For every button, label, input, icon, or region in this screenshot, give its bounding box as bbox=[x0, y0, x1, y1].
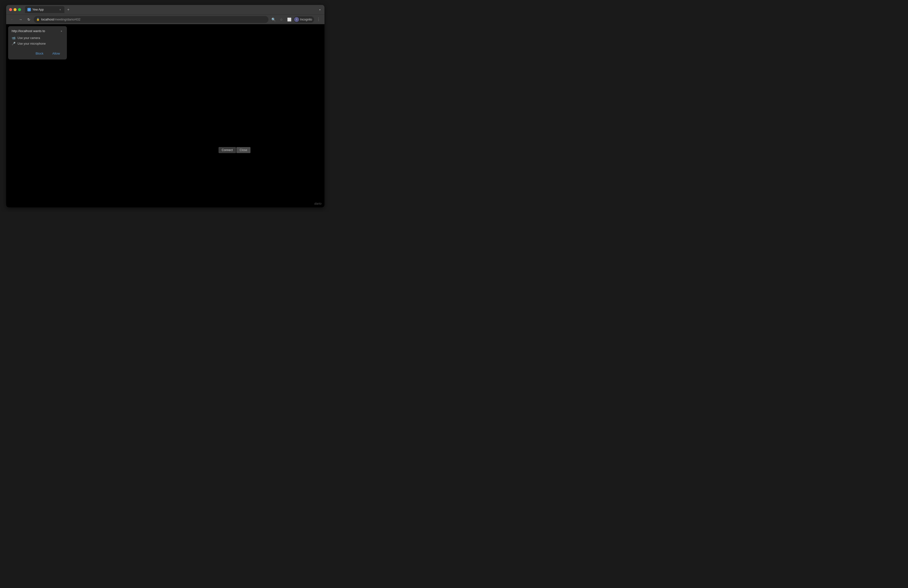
popup-close-button[interactable]: × bbox=[60, 29, 63, 33]
traffic-lights bbox=[9, 8, 21, 11]
close-window-button[interactable] bbox=[9, 8, 12, 11]
microphone-icon: 🎤 bbox=[11, 42, 16, 45]
search-button[interactable]: 🔍 bbox=[270, 16, 277, 23]
permission-popup: http://localhost wants to × 📹 Use your c… bbox=[8, 26, 67, 60]
active-tab[interactable]: Y Yew App × bbox=[25, 6, 64, 13]
allow-button[interactable]: Allow bbox=[49, 50, 63, 56]
content-area: http://localhost wants to × 📹 Use your c… bbox=[6, 24, 324, 207]
back-button[interactable]: ← bbox=[9, 16, 16, 23]
nav-bar: ← → ↻ 🔒 localhost/meeting/dario/432 🔍 ☆ … bbox=[6, 14, 324, 24]
nav-actions: 🔍 ☆ ⬜ i Incognito ⋮ bbox=[270, 16, 322, 23]
url-display: localhost/meeting/dario/432 bbox=[41, 18, 266, 21]
title-bar: Y Yew App × + ▾ bbox=[6, 5, 324, 14]
new-tab-button[interactable]: + bbox=[65, 6, 71, 13]
cast-button[interactable]: ⬜ bbox=[286, 16, 293, 23]
camera-icon: 📹 bbox=[11, 36, 16, 40]
forward-button[interactable]: → bbox=[17, 16, 24, 23]
watermark: dario bbox=[314, 202, 322, 205]
profile-label: Incognito bbox=[300, 18, 312, 21]
tab-favicon: Y bbox=[27, 8, 31, 11]
maximize-window-button[interactable] bbox=[18, 8, 21, 11]
more-options-button[interactable]: ⋮ bbox=[315, 16, 322, 23]
popup-actions: Block Allow bbox=[8, 48, 67, 60]
minimize-window-button[interactable] bbox=[14, 8, 16, 11]
connect-button[interactable]: Connect bbox=[219, 147, 236, 153]
lock-icon: 🔒 bbox=[36, 18, 40, 21]
microphone-permission-item: 🎤 Use your microphone bbox=[11, 42, 63, 45]
popup-permissions: 📹 Use your camera 🎤 Use your microphone bbox=[8, 35, 67, 48]
profile-button[interactable]: i Incognito bbox=[294, 16, 314, 23]
popup-header: http://localhost wants to × bbox=[8, 26, 67, 35]
browser-window: Y Yew App × + ▾ ← → ↻ 🔒 localhost/meetin… bbox=[6, 5, 324, 207]
tab-close-button[interactable]: × bbox=[58, 8, 62, 11]
close-page-button[interactable]: Close bbox=[237, 147, 250, 153]
tab-bar: Y Yew App × + bbox=[25, 6, 316, 13]
tab-title: Yew App bbox=[32, 8, 57, 11]
page-buttons: Connect Close bbox=[219, 147, 250, 153]
camera-permission-label: Use your camera bbox=[18, 36, 40, 40]
reload-button[interactable]: ↻ bbox=[26, 16, 32, 23]
block-button[interactable]: Block bbox=[32, 50, 47, 56]
address-bar[interactable]: 🔒 localhost/meeting/dario/432 bbox=[34, 16, 269, 23]
popup-title: http://localhost wants to bbox=[11, 29, 45, 33]
tab-dropdown-button[interactable]: ▾ bbox=[318, 7, 322, 12]
avatar: i bbox=[294, 17, 299, 22]
camera-permission-item: 📹 Use your camera bbox=[11, 36, 63, 40]
microphone-permission-label: Use your microphone bbox=[18, 42, 46, 45]
bookmark-button[interactable]: ☆ bbox=[278, 16, 285, 23]
